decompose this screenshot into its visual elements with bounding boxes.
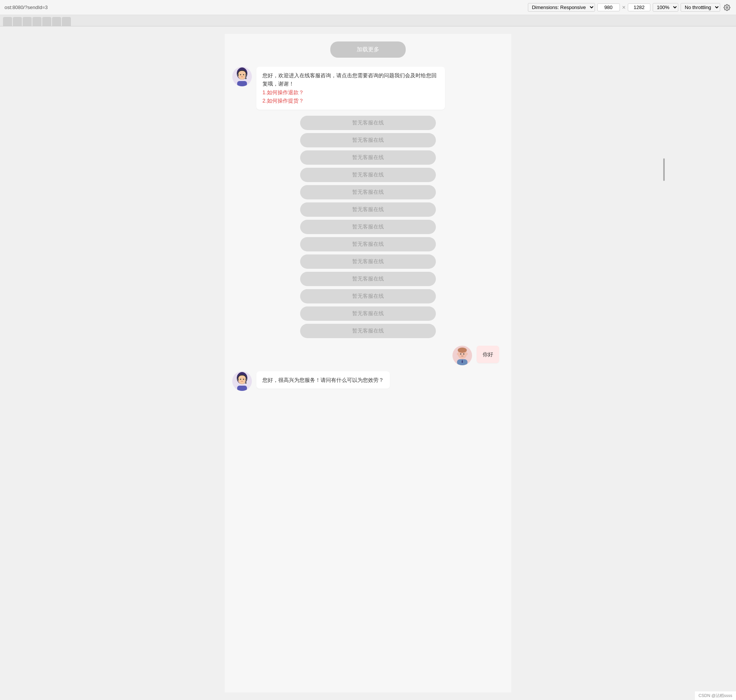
svg-rect-5 — [237, 81, 247, 86]
chat-window: 加载更多 — [225, 34, 511, 692]
height-input[interactable] — [628, 3, 650, 11]
svg-point-0 — [726, 6, 728, 8]
user-bubble: 你好 — [477, 346, 499, 363]
svg-point-4 — [243, 74, 244, 75]
offline-btn-6[interactable]: 暂无客服在线 — [300, 202, 436, 217]
user-message-text: 你好 — [483, 351, 493, 357]
svg-point-19 — [240, 378, 241, 380]
offline-btn-11[interactable]: 暂无客服在线 — [300, 289, 436, 303]
width-input[interactable] — [597, 3, 620, 11]
svg-point-15 — [457, 353, 459, 355]
tab-item-6[interactable] — [52, 17, 61, 26]
offline-btn-1[interactable]: 暂无客服在线 — [300, 116, 436, 130]
svg-rect-23 — [245, 378, 247, 381]
scrollbar-track[interactable] — [663, 113, 665, 226]
tab-item-7[interactable] — [62, 17, 71, 26]
tab-item[interactable] — [3, 17, 12, 26]
dimension-separator: × — [622, 4, 626, 11]
svg-point-12 — [458, 348, 467, 353]
browser-toolbar: ost:8080/?sendId=3 Dimensions: Responsiv… — [0, 0, 736, 15]
offline-btn-13[interactable]: 暂无客服在线 — [300, 324, 436, 338]
svg-point-3 — [240, 74, 241, 75]
cs-avatar-2-illustration — [232, 371, 252, 391]
scrollbar-thumb[interactable] — [663, 158, 665, 181]
welcome-text: 您好，欢迎进入在线客服咨询，请点击您需要咨询的问题我们会及时给您回复哦，谢谢！ — [262, 72, 437, 87]
svg-point-16 — [466, 353, 468, 355]
svg-rect-22 — [237, 378, 239, 381]
offline-btn-12[interactable]: 暂无客服在线 — [300, 306, 436, 321]
svg-point-14 — [463, 353, 465, 354]
svg-point-8 — [245, 78, 247, 79]
dimensions-select[interactable]: Dimensions: Responsive — [528, 3, 595, 12]
tab-bar — [0, 15, 736, 26]
cs-avatar-illustration — [232, 67, 252, 86]
offline-btn-2[interactable]: 暂无客服在线 — [300, 133, 436, 147]
user-msg-row: 你好 — [232, 346, 504, 365]
svg-point-20 — [243, 378, 244, 380]
offline-btn-8[interactable]: 暂无客服在线 — [300, 237, 436, 251]
welcome-bubble: 您好，欢迎进入在线客服咨询，请点击您需要咨询的问题我们会及时给您回复哦，谢谢！ … — [256, 67, 445, 110]
tab-item-2[interactable] — [13, 17, 22, 26]
svg-rect-7 — [245, 74, 247, 76]
cs-welcome-row: 您好，欢迎进入在线客服咨询，请点击您需要咨询的问题我们会及时给您回复哦，谢谢！ … — [232, 67, 504, 110]
offline-btn-10[interactable]: 暂无客服在线 — [300, 272, 436, 286]
offline-btn-7[interactable]: 暂无客服在线 — [300, 220, 436, 234]
cs-reply-text: 您好，很高兴为您服务！请问有什么可以为您效劳？ — [262, 377, 384, 383]
cs-avatar — [232, 67, 252, 86]
cs-avatar-2 — [232, 371, 252, 391]
svg-point-24 — [245, 382, 247, 384]
offline-btn-5[interactable]: 暂无客服在线 — [300, 185, 436, 199]
toolbar-dimensions-group: Dimensions: Responsive × 100% No throttl… — [528, 3, 731, 12]
tab-item-3[interactable] — [23, 17, 32, 26]
svg-point-13 — [460, 353, 462, 354]
faq-link-1[interactable]: 1.如何操作退款？ — [262, 89, 304, 95]
faq-link-2[interactable]: 2.如何操作提货？ — [262, 98, 304, 104]
user-avatar-illustration — [452, 346, 472, 365]
tab-strip — [3, 15, 733, 26]
svg-point-2 — [238, 70, 246, 80]
main-area: 加载更多 — [0, 26, 736, 700]
bottom-attribution: CSDN @沾稻ssss — [695, 691, 736, 700]
zoom-select[interactable]: 100% — [653, 3, 678, 12]
user-avatar — [452, 346, 472, 365]
tab-item-5[interactable] — [42, 17, 51, 26]
svg-point-18 — [238, 375, 246, 384]
settings-icon[interactable] — [722, 3, 731, 12]
load-more-button[interactable]: 加载更多 — [330, 41, 406, 58]
offline-btn-4[interactable]: 暂无客服在线 — [300, 168, 436, 182]
svg-rect-6 — [237, 74, 239, 76]
throttling-select[interactable]: No throttling — [681, 3, 720, 12]
tab-item-4[interactable] — [32, 17, 41, 26]
cs-reply-row: 您好，很高兴为您服务！请问有什么可以为您效劳？ — [232, 371, 504, 391]
offline-btn-9[interactable]: 暂无客服在线 — [300, 254, 436, 269]
offline-buttons-area: 暂无客服在线暂无客服在线暂无客服在线暂无客服在线暂无客服在线暂无客服在线暂无客服… — [232, 116, 504, 338]
attribution-text: CSDN @沾稻ssss — [699, 693, 732, 698]
offline-btn-3[interactable]: 暂无客服在线 — [300, 150, 436, 165]
svg-rect-21 — [237, 386, 247, 391]
cs-reply-bubble: 您好，很高兴为您服务！请问有什么可以为您效劳？ — [256, 371, 390, 389]
url-bar: ost:8080/?sendId=3 — [5, 5, 525, 10]
